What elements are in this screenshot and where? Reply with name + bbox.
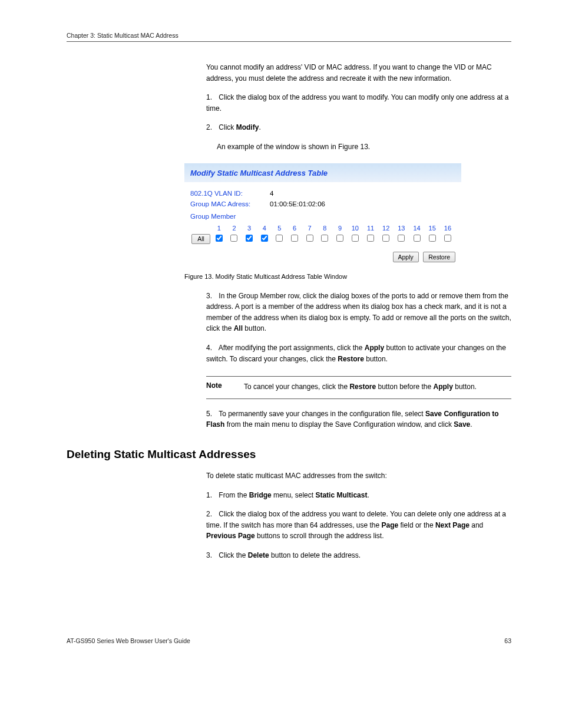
- port-header: 15: [425, 223, 440, 233]
- note-label: Note: [206, 381, 244, 390]
- step-number: 3.: [206, 551, 212, 559]
- mac-address-value: 01:00:5E:01:02:06: [270, 200, 325, 207]
- note-rule-bottom: [206, 398, 511, 399]
- port-header: 4: [257, 223, 272, 233]
- port-header: 9: [332, 223, 348, 233]
- main-column: You cannot modify an address' VID or MAC…: [206, 62, 511, 153]
- save-label: Save: [454, 420, 470, 429]
- port-header: 8: [317, 223, 332, 233]
- step-number: 2.: [206, 123, 212, 131]
- note-block: Note To cancel your changes, click the R…: [206, 376, 511, 399]
- port-checkbox-14[interactable]: [414, 235, 421, 242]
- next-page-label: Next Page: [435, 521, 470, 529]
- apply-button[interactable]: Apply: [393, 252, 419, 262]
- row-mac: Group MAC Adress: 01:00:5E:01:02:06: [190, 199, 455, 209]
- port-checkbox-7[interactable]: [306, 235, 313, 242]
- port-checkbox-15[interactable]: [429, 235, 436, 242]
- port-checkbox-10[interactable]: [352, 235, 359, 242]
- figure-footer: Apply Restore: [184, 249, 461, 267]
- step-text: addresses, use the: [318, 521, 381, 529]
- ports-table: 1 2 3 4 5 6 7 8 9 10 11 12 13 14: [190, 223, 455, 245]
- step-number: 2.: [206, 510, 212, 518]
- port-checkbox-9[interactable]: [336, 235, 343, 242]
- step-text: menu, select: [272, 491, 316, 499]
- step-5: 5. To permanently save your changes in t…: [206, 409, 511, 430]
- step-text: From the: [219, 491, 249, 499]
- figure-wrap: Modify Static Multicast Address Table 80…: [184, 163, 511, 267]
- restore-label: Restore: [349, 383, 376, 391]
- port-checkbox-6[interactable]: [291, 235, 298, 242]
- port-checkbox-3[interactable]: [246, 235, 253, 242]
- step-text: button.: [243, 324, 266, 332]
- period: .: [367, 491, 369, 499]
- step-4: 4. After modifying the port assignments,…: [206, 342, 511, 364]
- figure-title: Modify Static Multicast Address Table: [190, 169, 328, 177]
- modify-label: Modify: [236, 123, 259, 131]
- restore-button[interactable]: Restore: [423, 252, 455, 262]
- port-header: 12: [378, 223, 394, 233]
- port-checkbox-5[interactable]: [276, 235, 283, 242]
- apply-label: Apply: [365, 344, 384, 352]
- port-header: 13: [394, 223, 409, 233]
- static-multicast-label: Static Multicast: [315, 491, 367, 499]
- header-rule: [67, 41, 511, 42]
- step-3: 3. In the Group Member row, click the di…: [206, 291, 511, 334]
- port-checkbox-2[interactable]: [230, 235, 237, 242]
- port-header: 3: [242, 223, 257, 233]
- figure-titlebar: Modify Static Multicast Address Table: [184, 163, 461, 182]
- step-text: button.: [364, 355, 388, 363]
- apply-label: Apply: [434, 383, 453, 391]
- section-heading-deleting: Deleting Static Multicast Addresses: [67, 448, 511, 461]
- count-64: 64: [310, 521, 318, 529]
- step-text: Click the dialog box of the address you …: [206, 93, 508, 113]
- delete-label: Delete: [248, 551, 269, 559]
- vlan-id-label: 802.1Q VLAN ID:: [190, 190, 270, 197]
- step-text: button to delete the address.: [269, 551, 361, 559]
- intro-paragraph: You cannot modify an address' VID or MAC…: [206, 62, 511, 84]
- step-number: 1.: [206, 93, 212, 101]
- page-field-label: Page: [382, 521, 399, 529]
- port-checkbox-8[interactable]: [321, 235, 328, 242]
- step-number: 4.: [206, 344, 212, 352]
- step-text: After modifying the port assignments, cl…: [219, 344, 365, 352]
- period: .: [259, 123, 260, 131]
- delete-intro: To delete static multicast MAC addresses…: [206, 470, 511, 482]
- ports-checkbox-row: All: [190, 233, 455, 245]
- port-header: 7: [302, 223, 318, 233]
- note-rule-top: [206, 376, 511, 377]
- port-header: 16: [440, 223, 455, 233]
- vlan-id-value: 4: [270, 190, 273, 197]
- figure-lead: An example of the window is shown in Fig…: [217, 141, 511, 153]
- row-vlan: 802.1Q VLAN ID: 4: [190, 188, 455, 199]
- group-member-label: Group Member: [190, 209, 455, 221]
- port-checkbox-11[interactable]: [367, 235, 374, 242]
- port-checkbox-1[interactable]: [216, 235, 223, 242]
- port-header: 14: [409, 223, 424, 233]
- port-checkbox-4[interactable]: [261, 235, 268, 242]
- period: .: [470, 420, 472, 429]
- note-row: Note To cancel your changes, click the R…: [206, 381, 511, 393]
- step-text: Click: [219, 123, 236, 131]
- port-header: 10: [348, 223, 363, 233]
- port-checkbox-13[interactable]: [398, 235, 405, 242]
- port-header: 1: [211, 223, 227, 233]
- port-checkbox-16[interactable]: [444, 235, 451, 242]
- step-number: 5.: [206, 410, 212, 418]
- port-header: 11: [363, 223, 378, 233]
- all-button[interactable]: All: [191, 234, 210, 244]
- note-text: To cancel your changes, click the Restor…: [244, 381, 477, 393]
- port-checkbox-12[interactable]: [382, 235, 389, 242]
- delete-step-3: 3. Click the Delete button to delete the…: [206, 550, 511, 561]
- step-number: 1.: [206, 491, 212, 499]
- step-2: 2. Click Modify.: [206, 122, 511, 133]
- mac-address-label: Group MAC Adress:: [190, 200, 270, 207]
- running-header: Chapter 3: Static Multicast MAC Address: [67, 32, 511, 39]
- main-column-2: 3. In the Group Member row, click the di…: [206, 291, 511, 365]
- port-header: 5: [272, 223, 287, 233]
- port-header: 6: [287, 223, 302, 233]
- all-label: All: [234, 324, 243, 332]
- main-column-4: To delete static multicast MAC addresses…: [206, 470, 511, 561]
- figure-modify-static-multicast: Modify Static Multicast Address Table 80…: [184, 163, 461, 267]
- port-header: 2: [227, 223, 242, 233]
- step-text: field or the: [398, 521, 435, 529]
